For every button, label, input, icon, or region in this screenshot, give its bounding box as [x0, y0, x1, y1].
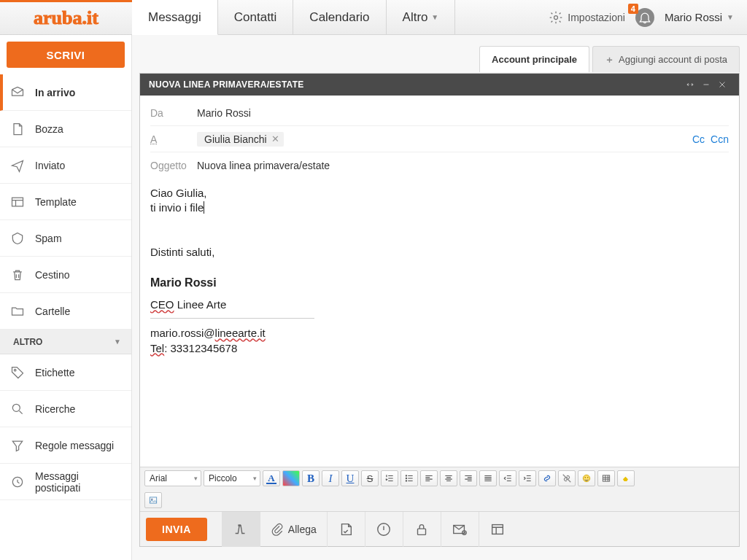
link-button[interactable]	[538, 470, 556, 486]
remove-recipient-icon[interactable]: ✕	[271, 133, 279, 144]
notifications-button[interactable]: 4	[635, 8, 654, 27]
bullet-list-button[interactable]	[400, 470, 418, 486]
outdent-button[interactable]	[499, 470, 516, 486]
svg-rect-18	[492, 524, 503, 534]
signature-button[interactable]	[327, 512, 365, 547]
template-insert-button[interactable]	[479, 512, 516, 547]
folder-spam[interactable]: Spam	[0, 220, 131, 257]
svg-rect-11	[603, 475, 609, 481]
svg-point-10	[587, 477, 588, 478]
format-toolbar: Arial Piccolo A B I U S	[140, 467, 739, 511]
bold-button[interactable]: B	[302, 470, 320, 486]
folder-trash[interactable]: Cestino	[0, 257, 131, 293]
emoji-button[interactable]	[578, 470, 595, 486]
highlight-color-button[interactable]	[282, 470, 300, 486]
font-color-button[interactable]: A	[263, 470, 280, 486]
from-label: Da	[150, 107, 188, 119]
strikethrough-button[interactable]: S	[361, 470, 379, 486]
unlink-button[interactable]	[558, 470, 576, 486]
funnel-icon	[10, 438, 25, 453]
sidebar-etichette[interactable]: Etichette	[0, 354, 131, 391]
align-right-button[interactable]	[460, 470, 477, 486]
font-family-select[interactable]: Arial	[144, 470, 201, 486]
user-name: Mario Rossi	[665, 11, 722, 23]
tab-contatti[interactable]: Contatti	[218, 0, 294, 34]
sent-icon	[10, 158, 25, 173]
svg-point-0	[554, 15, 558, 19]
align-left-button[interactable]	[420, 470, 438, 486]
encrypt-button[interactable]	[403, 512, 441, 547]
settings-label: Impostazioni	[568, 12, 625, 23]
draft-icon	[10, 122, 25, 136]
svg-rect-12	[150, 497, 156, 503]
search-icon	[10, 402, 25, 416]
clear-format-button[interactable]	[617, 470, 635, 486]
message-body[interactable]: Ciao Giulia, ti invio i file Distinti sa…	[140, 179, 739, 467]
notification-count: 4	[628, 4, 638, 14]
insert-image-button[interactable]	[144, 492, 162, 508]
folder-cartelle[interactable]: Cartelle	[0, 293, 131, 330]
compose-title: NUOVA LINEA PRIMAVERA/ESTATE	[149, 79, 304, 90]
folder-draft[interactable]: Bozza	[0, 111, 131, 147]
account-tab-add[interactable]: ＋Aggiungi account di posta	[592, 46, 740, 72]
settings-link[interactable]: Impostazioni	[549, 10, 625, 25]
svg-point-3	[12, 404, 20, 411]
svg-rect-1	[12, 198, 23, 206]
popout-button[interactable]	[682, 77, 698, 93]
align-justify-button[interactable]	[479, 470, 497, 486]
svg-point-6	[406, 478, 406, 478]
plus-icon: ＋	[605, 53, 614, 66]
svg-point-5	[406, 475, 406, 476]
send-button[interactable]: INVIA	[146, 518, 207, 541]
font-size-select[interactable]: Piccolo	[204, 470, 260, 486]
receipt-button[interactable]	[441, 512, 479, 547]
folder-sent[interactable]: Inviato	[0, 147, 131, 184]
align-center-button[interactable]	[440, 470, 457, 486]
subject-value[interactable]: Nuova linea primavera/estate	[197, 160, 330, 171]
tab-messaggi[interactable]: Messaggi	[132, 0, 218, 35]
svg-point-7	[406, 481, 406, 481]
folder-inbox[interactable]: In arrivo	[0, 74, 131, 111]
brand-logo: aruba.it	[0, 0, 132, 34]
template-icon	[10, 195, 25, 209]
chevron-down-icon: ▼	[727, 13, 734, 21]
recipient-chip[interactable]: Giulia Bianchi ✕	[197, 132, 284, 147]
inbox-icon	[10, 85, 25, 100]
folder-label: In arrivo	[35, 87, 75, 98]
tab-altro[interactable]: Altro ▼	[387, 0, 456, 34]
ccn-link[interactable]: Ccn	[711, 133, 729, 145]
svg-rect-15	[418, 529, 426, 534]
gear-icon	[549, 10, 563, 25]
sidebar-ricerche[interactable]: Ricerche	[0, 391, 131, 427]
folder-template[interactable]: Template	[0, 184, 131, 220]
formatting-toggle[interactable]	[222, 512, 260, 547]
sidebar-posticipati[interactable]: Messaggi posticipati	[0, 464, 131, 500]
trash-icon	[10, 268, 25, 282]
to-label[interactable]: A	[150, 133, 188, 145]
numbered-list-button[interactable]	[381, 470, 398, 486]
spam-icon	[10, 231, 25, 246]
subject-label: Oggetto	[150, 160, 188, 171]
priority-button[interactable]	[365, 512, 403, 547]
italic-button[interactable]: I	[322, 470, 339, 486]
sidebar-section-altro[interactable]: ALTRO▼	[0, 330, 131, 354]
compose-button[interactable]: SCRIVI	[7, 42, 125, 68]
minimize-button[interactable]	[698, 77, 714, 93]
tab-calendario[interactable]: Calendario	[293, 0, 386, 34]
from-value: Mario Rossi	[197, 107, 251, 119]
close-button[interactable]	[714, 77, 730, 93]
account-tab-primary[interactable]: Account principale	[479, 46, 589, 72]
tag-icon	[10, 365, 25, 380]
cc-link[interactable]: Cc	[692, 133, 705, 145]
chevron-down-icon: ▼	[114, 338, 121, 346]
svg-point-2	[14, 369, 16, 371]
user-menu[interactable]: Mario Rossi ▼	[665, 11, 734, 23]
svg-point-9	[585, 477, 586, 478]
clock-icon	[10, 475, 25, 489]
indent-button[interactable]	[519, 470, 536, 486]
sidebar-regole[interactable]: Regole messaggi	[0, 427, 131, 464]
attach-button[interactable]: Allega	[260, 512, 327, 547]
folder-icon	[10, 304, 25, 319]
table-button[interactable]	[597, 470, 615, 486]
underline-button[interactable]: U	[341, 470, 359, 486]
